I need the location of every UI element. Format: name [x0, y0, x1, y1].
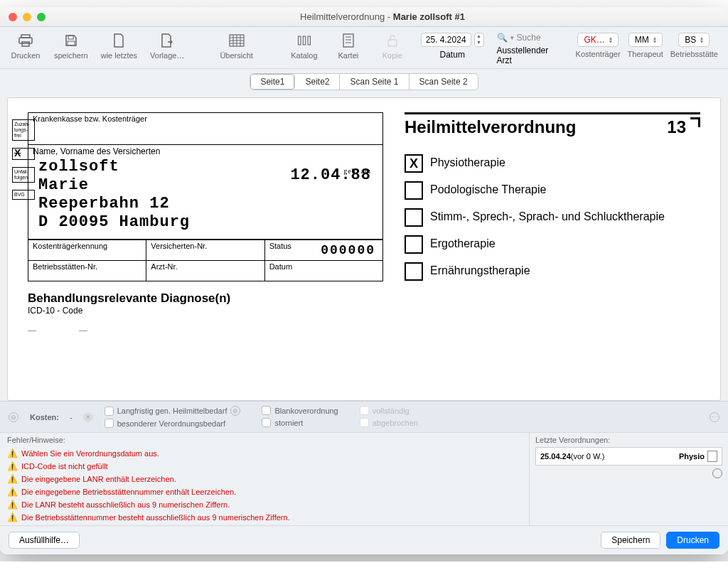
collapse-icon[interactable]: ⊖ [9, 412, 18, 422]
error-item: ⚠️Die LANR besteht ausschließlich aus 9 … [7, 498, 522, 511]
warning-icon: ⚠️ [7, 461, 17, 471]
payer-header: Krankenkasse bzw. Kostenträger [28, 113, 382, 124]
overview-button[interactable]: Übersicht [220, 33, 252, 60]
zoom-icon[interactable] [37, 13, 46, 21]
svg-rect-13 [303, 36, 305, 45]
catalog-button[interactable]: Katalog [289, 33, 320, 60]
svg-rect-2 [22, 42, 29, 46]
search-icon[interactable] [712, 468, 722, 478]
errors-panel: Fehler/Hinweise: ⚠️Wählen Sie ein Verord… [0, 433, 529, 525]
status-value: 000000 [321, 243, 375, 257]
side-tag-0[interactable]: Zuzah- lungs- frei [12, 119, 35, 141]
warning-icon: ⚠️ [7, 474, 17, 484]
svg-rect-15 [343, 34, 353, 47]
floppy-icon [63, 33, 79, 48]
tab-seite1[interactable]: Seite1 [250, 74, 295, 90]
patient-city: D 20095 Hamburg [38, 213, 373, 232]
therapy-row-1[interactable]: Podologische Therapie [405, 181, 700, 200]
warning-icon: ⚠️ [7, 500, 17, 510]
warning-icon: ⚠️ [7, 487, 17, 497]
date-stepper[interactable]: ▲▼ [474, 33, 484, 47]
form-number: 13 [667, 117, 686, 136]
therapy-row-3[interactable]: Ergotherapie [405, 235, 700, 254]
like-last-button[interactable]: wie letztes [101, 33, 137, 60]
save-button[interactable]: Speichern [601, 532, 660, 549]
patient-header: Name, Vorname des Versicherten [33, 146, 378, 156]
svg-rect-1 [19, 38, 32, 43]
card-button[interactable]: Kartei [333, 33, 364, 60]
dob-value: 12.04.88 [290, 166, 371, 185]
status-bar: ⊖ Kosten: - ✕ Langfristig gen. Heilmitte… [0, 401, 728, 432]
window-title: Heilmittelverordnung - Marie zollsoft #1 [46, 11, 719, 22]
check-special[interactable]: besonderer Verordnungsbedarf [105, 419, 241, 428]
svg-rect-4 [68, 41, 75, 45]
tab-seite2[interactable]: Seite2 [295, 74, 340, 90]
print-button[interactable]: Drucken [666, 532, 719, 549]
copy-button: Kopie [377, 33, 408, 60]
check-aborted: abgebrochen [360, 418, 418, 427]
date-value[interactable]: 25. 4.2024 [421, 33, 471, 47]
error-item: ⚠️Die eingegebene LANR enthält Leerzeich… [7, 473, 522, 485]
error-item: ⚠️Die Betriebsstättennummer besteht auss… [7, 511, 522, 524]
grid-icon [229, 33, 245, 48]
site-select[interactable]: BS▴▾ Betriebsstätte [670, 33, 718, 58]
error-item: ⚠️Die eingegebene Betriebsstättennummer … [7, 485, 522, 498]
checkbox[interactable] [405, 181, 423, 200]
page-tabs: Seite1Seite2Scan Seite 1Scan Seite 2 [0, 69, 728, 97]
search-field[interactable]: 🔍 ▾ Suche [497, 33, 541, 43]
tab-scan-seite-2[interactable]: Scan Seite 2 [410, 74, 478, 90]
document-icon [111, 33, 127, 48]
form-title: Heilmittelverordnung [405, 117, 576, 137]
date-field[interactable]: 25. 4.2024 ▲▼ Datum [421, 33, 484, 60]
close-icon[interactable] [9, 13, 17, 21]
diagnosis-title: Behandlungsrelevante Diagnose(n) [28, 291, 383, 306]
payer-select[interactable]: GK…▴▾ Kostenträger [576, 33, 621, 58]
help-button[interactable]: Ausfüllhilfe… [9, 532, 80, 549]
patient-street: Reeperbahn 12 [38, 195, 373, 213]
recent-item[interactable]: 25.04.24(vor 0 W.) Physio [535, 447, 722, 466]
save-button[interactable]: speichern [54, 33, 88, 60]
side-tag-1[interactable]: X [12, 148, 35, 160]
check-blanko[interactable]: Blankoverordnung [262, 406, 338, 415]
checkbox[interactable] [405, 235, 423, 254]
form-area: Zuzah- lungs- freiXUnfall- folgenBVG Kra… [7, 97, 721, 401]
icd-placeholders[interactable]: —— [28, 326, 383, 335]
lock-icon [385, 33, 400, 48]
warning-icon: ⚠️ [7, 512, 17, 522]
diagnosis-sub: ICD-10 - Code [28, 306, 383, 316]
document-arrow-icon [159, 33, 175, 48]
tab-scan-seite-1[interactable]: Scan Seite 1 [340, 74, 409, 90]
print-button[interactable]: Drucken [10, 33, 41, 60]
warning-icon: ⚠️ [7, 448, 17, 458]
minimize-icon[interactable] [23, 13, 31, 21]
check-longterm[interactable]: Langfristig gen. Heilmittelbedarf⊖ [105, 406, 241, 416]
check-storniert[interactable]: storniert [262, 418, 338, 427]
svg-rect-12 [298, 36, 300, 45]
error-item: ⚠️Wählen Sie ein Verordnungsdatum aus. [7, 447, 522, 460]
therapy-row-4[interactable]: Ernährungstherapie [405, 262, 700, 281]
recent-panel: Letzte Verordnungen: 25.04.24(vor 0 W.) … [529, 433, 728, 525]
svg-rect-14 [308, 36, 310, 45]
footer: Ausfüllhilfe… Speichern Drucken [0, 525, 728, 554]
search-icon: 🔍 [497, 33, 508, 43]
checkbox[interactable] [405, 262, 423, 281]
checkbox[interactable] [405, 208, 423, 227]
list-icon [341, 33, 356, 48]
checkbox[interactable]: X [405, 154, 423, 173]
svg-rect-19 [388, 40, 397, 46]
side-tag-3[interactable]: BVG [12, 190, 35, 200]
corner-mark-icon [690, 117, 700, 127]
catalog-icon [296, 33, 312, 48]
toolbar: Drucken speichern wie letztes Vorlage… Ü… [0, 27, 728, 69]
more-icon[interactable]: ⋯ [710, 412, 719, 422]
template-button[interactable]: Vorlage… [150, 33, 184, 60]
check-complete: vollständig [360, 406, 418, 415]
therapy-row-2[interactable]: Stimm-, Sprech-, Sprach- und Schluckther… [405, 208, 700, 227]
therapist-select[interactable]: MM▴▾ Therapeut [628, 33, 663, 58]
titlebar: Heilmittelverordnung - Marie zollsoft #1 [0, 7, 728, 27]
side-tag-2[interactable]: Unfall- folgen [12, 167, 35, 183]
info-icon[interactable]: ✕ [83, 412, 93, 422]
printer-icon [18, 33, 33, 48]
therapy-row-0[interactable]: XPhysiotherapie [405, 154, 700, 173]
error-item: ⚠️ICD-Code ist nicht gefüllt [7, 460, 522, 473]
